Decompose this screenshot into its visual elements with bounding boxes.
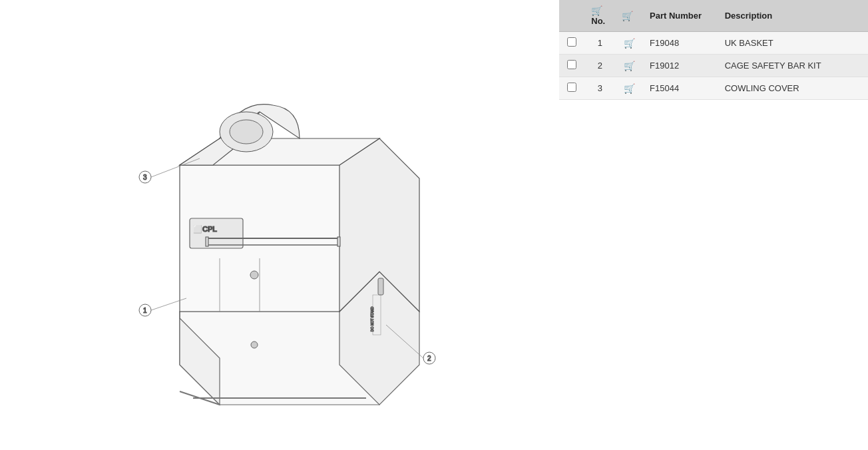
header-checkbox: [559, 0, 584, 32]
header-no-label: No.: [591, 16, 605, 26]
parts-table: 🛒 No. 🛒 Part Number Description 1 🛒 F190…: [559, 0, 868, 100]
row-part-number: F19012: [643, 55, 718, 77]
row-checkbox-3[interactable]: [567, 83, 576, 92]
row-number: 2: [584, 55, 615, 77]
row-cart-icon[interactable]: 🛒: [615, 32, 643, 55]
cart-header-icon2: 🛒: [622, 11, 633, 21]
svg-rect-9: [190, 218, 243, 248]
parts-panel: 🛒 No. 🛒 Part Number Description 1 🛒 F190…: [559, 0, 868, 450]
svg-point-8: [230, 120, 263, 144]
row-part-number: F19048: [643, 32, 718, 55]
cart-header-icon: 🛒: [591, 5, 602, 16]
row-checkbox-2[interactable]: [567, 60, 576, 69]
svg-text:DO NOT STAND: DO NOT STAND: [370, 306, 374, 332]
svg-point-18: [251, 341, 258, 348]
header-no-cart-icon: 🛒 No.: [584, 0, 615, 32]
row-cart-icon[interactable]: 🛒: [615, 55, 643, 77]
row-checkbox-cell[interactable]: [559, 32, 584, 55]
table-row: 2 🛒 F19012 CAGE SAFETY BAR KIT: [559, 55, 868, 77]
table-row: 1 🛒 F19048 UK BASKET: [559, 32, 868, 55]
row-description: COWLING COVER: [718, 77, 868, 100]
svg-rect-13: [206, 237, 208, 246]
svg-point-17: [250, 271, 258, 279]
header-description: Description: [718, 0, 868, 32]
header-part-number: Part Number: [643, 0, 718, 32]
diagram-area: ⬜CPL DO NOT STAND 3: [0, 0, 559, 450]
table-header-row: 🛒 No. 🛒 Part Number Description: [559, 0, 868, 32]
parts-diagram: ⬜CPL DO NOT STAND 3: [47, 25, 513, 425]
svg-text:3: 3: [143, 174, 147, 181]
header-cart2: 🛒: [615, 0, 643, 32]
svg-text:2: 2: [427, 355, 431, 362]
table-row: 3 🛒 F15044 COWLING COVER: [559, 77, 868, 100]
row-checkbox-cell[interactable]: [559, 55, 584, 77]
svg-text:1: 1: [143, 307, 147, 314]
row-number: 3: [584, 77, 615, 100]
svg-rect-19: [378, 278, 383, 295]
row-description: CAGE SAFETY BAR KIT: [718, 55, 868, 77]
row-number: 1: [584, 32, 615, 55]
svg-text:⬜CPL: ⬜CPL: [193, 224, 217, 234]
row-checkbox-1[interactable]: [567, 37, 576, 47]
row-description: UK BASKET: [718, 32, 868, 55]
svg-rect-14: [337, 237, 340, 246]
row-part-number: F15044: [643, 77, 718, 100]
row-checkbox-cell[interactable]: [559, 77, 584, 100]
row-cart-icon[interactable]: 🛒: [615, 77, 643, 100]
